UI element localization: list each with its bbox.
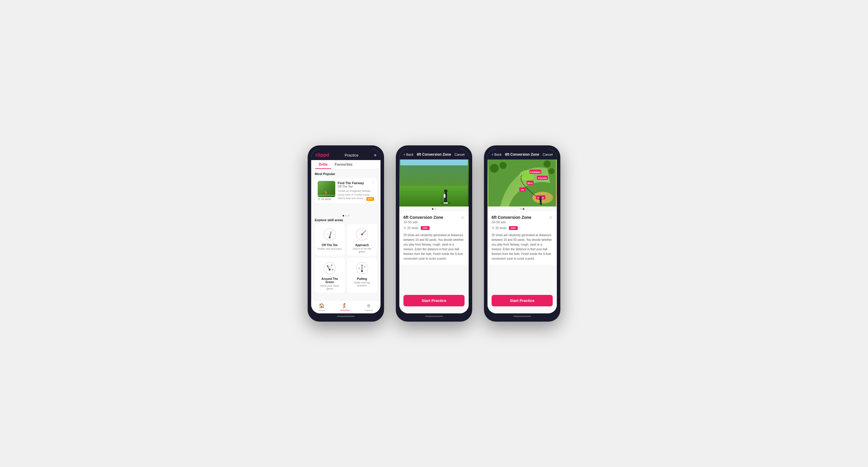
phone3-drill-range: 10-50 yds <box>492 220 553 224</box>
phone2-body: 🌲🌲🌲 <box>399 160 469 311</box>
skill-card-around-green[interactable]: Around The Green Hone your short game <box>315 258 345 293</box>
phone2-meta: ⏱ 20 shots ARG <box>403 226 465 230</box>
drill-title: Find The Fairway <box>338 181 374 185</box>
nav-home[interactable]: 🏠 Home <box>319 303 325 312</box>
most-popular-label: Most Popular <box>315 172 377 176</box>
phone2-shots: ⏱ 20 shots <box>403 227 418 230</box>
svg-point-23 <box>364 266 366 267</box>
phone2-description: 20 shots are randomly generated at dista… <box>403 233 465 261</box>
phone3-favourite-star[interactable]: ☆ <box>549 215 553 220</box>
phone-3: < Back 6ft Conversion Zone Cancel <box>484 145 560 322</box>
clock-icon-2: ⏱ <box>403 227 406 230</box>
svg-point-28 <box>444 190 447 193</box>
phone2-footer: Start Practice <box>399 295 469 313</box>
capture-icon: ⊕ <box>367 303 371 308</box>
spacer-2 <box>399 265 469 282</box>
dot-3 <box>348 215 349 216</box>
skill-card-putting[interactable]: Putting Make and lag practice <box>347 258 377 293</box>
dot-2 <box>345 215 347 216</box>
dot-1 <box>343 215 344 216</box>
svg-point-39 <box>490 164 499 173</box>
home-indicator-3 <box>513 316 531 317</box>
tab-favourites[interactable]: Favourites <box>331 160 356 169</box>
phone3-description: 20 shots are randomly generated at dista… <box>492 233 553 261</box>
drill-tag: OTT <box>366 197 374 201</box>
cancel-button-3[interactable]: Cancel <box>543 153 553 156</box>
phone-1-screen: clippd Practice ≡ Drills Favourites Most… <box>311 149 380 313</box>
phone3-body: FAIRWAY ROUGH Hit Miss SAND <box>488 160 557 311</box>
around-green-icon <box>322 261 337 275</box>
svg-text:Hit: Hit <box>521 189 524 191</box>
approach-desc: Dial-in to hit the green <box>349 247 375 253</box>
map-svg: FAIRWAY ROUGH Hit Miss SAND <box>488 160 557 206</box>
svg-point-13 <box>324 262 336 274</box>
nav-capture-label: Capture <box>365 309 373 312</box>
spacer-3 <box>488 265 557 282</box>
phone2-header-title: 6ft Conversion Zone <box>417 153 451 157</box>
svg-point-22 <box>359 268 360 269</box>
phone1-body: Most Popular Find The Fairway Off The Te… <box>311 169 380 304</box>
svg-text:Miss: Miss <box>527 182 533 185</box>
phone-3-screen: < Back 6ft Conversion Zone Cancel <box>488 149 557 313</box>
phone3-footer: Start Practice <box>488 295 557 313</box>
photo-dots <box>399 206 469 211</box>
svg-point-41 <box>544 160 551 167</box>
phone2-tag: ARG <box>421 226 430 230</box>
drill-card-find-fairway[interactable]: Find The Fairway Off The Tee Create an i… <box>315 178 377 203</box>
clock-icon-3: ⏱ <box>492 227 495 230</box>
drill-subtitle: Off The Tee <box>338 185 374 188</box>
cancel-button[interactable]: Cancel <box>455 153 465 156</box>
start-practice-button-3[interactable]: Start Practice <box>492 295 553 306</box>
skill-card-off-the-tee[interactable]: Off The Tee Power and accuracy <box>315 224 345 256</box>
phone-2: < Back 6ft Conversion Zone Cancel 🌲🌲🌲 <box>396 145 472 322</box>
phone3-meta: ⏱ 20 shots ARG <box>492 226 553 230</box>
svg-line-11 <box>362 231 366 234</box>
home-indicator-2 <box>425 316 443 317</box>
tabs-bar: Drills Favourites <box>311 160 380 169</box>
activities-icon: 🏌️ <box>342 303 348 308</box>
drill-map: FAIRWAY ROUGH Hit Miss SAND <box>488 160 557 206</box>
drill-photo: 🌲🌲🌲 <box>399 160 469 206</box>
explore-label: Explore skill areas <box>315 218 377 222</box>
around-green-name: Around The Green <box>317 277 342 284</box>
skill-grid: Off The Tee Power and accuracy <box>315 224 377 293</box>
phone3-drill-title: 6ft Conversion Zone ☆ <box>492 215 553 220</box>
home-icon: 🏠 <box>319 303 325 308</box>
putting-icon <box>355 261 369 275</box>
phone-2-screen: < Back 6ft Conversion Zone Cancel 🌲🌲🌲 <box>399 149 469 313</box>
phone3-content: 6ft Conversion Zone ☆ 10-50 yds ⏱ 20 sho… <box>488 211 557 265</box>
start-practice-button-2[interactable]: Start Practice <box>403 295 465 306</box>
svg-point-57 <box>521 173 523 175</box>
phone1-header: clippd Practice ≡ <box>311 149 380 160</box>
drill-thumbnail <box>318 181 335 197</box>
skill-card-approach[interactable]: Approach Dial-in to hit the green <box>347 224 377 256</box>
off-the-tee-desc: Power and accuracy <box>317 247 342 250</box>
back-button[interactable]: < Back <box>403 153 413 156</box>
drill-shots: ⏱ 10 shots <box>318 198 331 201</box>
back-button-3[interactable]: < Back <box>492 153 502 156</box>
favourite-star-icon[interactable]: ☆ <box>371 180 375 185</box>
phone2-favourite-star[interactable]: ☆ <box>461 215 465 220</box>
header-title: Practice <box>345 153 359 158</box>
svg-line-6 <box>330 230 333 237</box>
approach-icon <box>355 227 369 242</box>
home-indicator <box>337 316 355 317</box>
phone-1: clippd Practice ≡ Drills Favourites Most… <box>308 145 384 322</box>
map-dot-1 <box>520 208 522 210</box>
nav-capture[interactable]: ⊕ Capture <box>365 303 373 312</box>
nav-activities-label: Activities <box>340 309 350 312</box>
svg-rect-55 <box>540 202 541 205</box>
phone2-drill-title: 6ft Conversion Zone ☆ <box>403 215 465 220</box>
carousel-dots <box>315 215 377 216</box>
phone3-header-title: 6ft Conversion Zone <box>505 153 539 157</box>
clippd-logo: clippd <box>315 153 329 158</box>
nav-activities[interactable]: 🏌️ Activities <box>340 303 350 312</box>
tab-drills[interactable]: Drills <box>315 160 331 169</box>
bottom-nav: 🏠 Home 🏌️ Activities ⊕ Capture <box>311 300 380 313</box>
svg-point-35 <box>445 202 448 204</box>
phone2-content: 6ft Conversion Zone ☆ 10-50 yds ⏱ 20 sho… <box>399 211 469 265</box>
svg-rect-56 <box>541 202 542 205</box>
off-the-tee-icon <box>322 227 337 242</box>
menu-icon[interactable]: ≡ <box>374 153 376 158</box>
golf-photo-svg <box>399 160 469 206</box>
